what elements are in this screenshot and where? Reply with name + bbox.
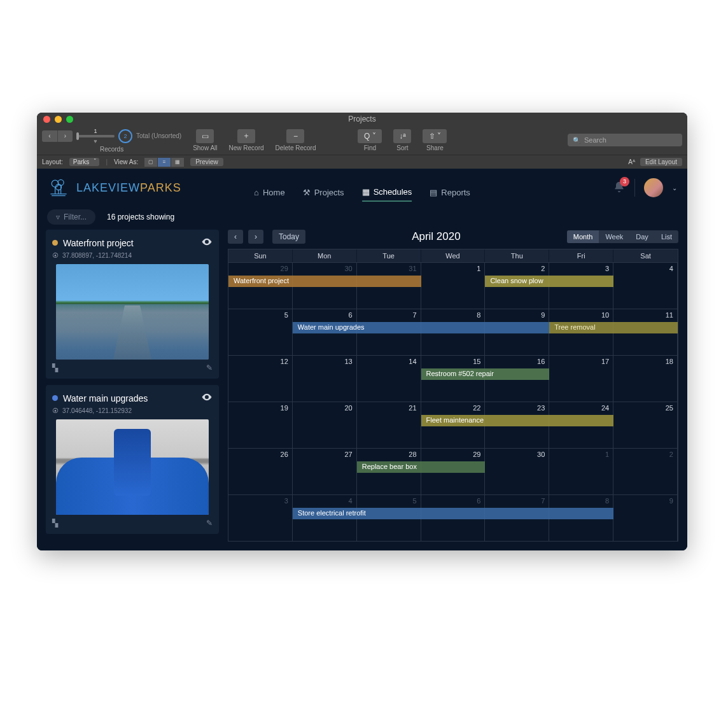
- calendar-cell[interactable]: 17: [549, 356, 613, 402]
- view-month[interactable]: Month: [567, 230, 599, 243]
- stairs-icon[interactable]: ▚: [52, 519, 58, 528]
- viewas-label: View As:: [114, 158, 138, 165]
- next-record-button[interactable]: ›: [57, 130, 73, 142]
- share-button[interactable]: ⇧ ˅: [423, 129, 447, 143]
- search-input[interactable]: 🔍 Search: [568, 134, 682, 146]
- content: Waterfront project ⦿ 37.808897, -121.748…: [37, 230, 687, 550]
- layout-select[interactable]: Parks: [69, 158, 100, 166]
- calendar-event[interactable]: Restroom #502 repair: [421, 368, 550, 380]
- calendar-cell[interactable]: 5: [228, 309, 293, 355]
- calendar-cell[interactable]: 12: [228, 356, 293, 402]
- card-title: Waterfront project: [63, 238, 196, 248]
- calendar-cell[interactable]: 9: [613, 495, 678, 541]
- date-number: 1: [477, 265, 480, 272]
- view-list-icon[interactable]: ≡: [158, 158, 171, 167]
- svg-point-0: [52, 180, 59, 187]
- cal-next-button[interactable]: ›: [248, 230, 263, 244]
- calendar-event[interactable]: Replace bear box: [357, 461, 486, 473]
- calendar-cell[interactable]: 14: [357, 356, 421, 402]
- nav-home[interactable]: ⌂Home: [254, 187, 285, 202]
- cal-prev-button[interactable]: ‹: [228, 230, 243, 244]
- calendar-cell[interactable]: 21: [357, 402, 421, 448]
- project-card[interactable]: Waterfront project ⦿ 37.808897, -121.748…: [46, 230, 219, 379]
- calendar-event[interactable]: Water main upgrades: [293, 322, 549, 333]
- record-nav[interactable]: ‹ ›: [42, 130, 73, 142]
- header-right: 3 ⌄: [613, 178, 677, 197]
- date-number: 29: [281, 265, 288, 272]
- calendar-event[interactable]: Tree removal: [549, 322, 678, 333]
- calendar-cell[interactable]: 27: [293, 449, 357, 494]
- find-button[interactable]: Q ˅: [358, 129, 382, 143]
- card-coords: 37.808897, -121.748214: [62, 252, 132, 259]
- show-all-button[interactable]: ▭: [196, 129, 214, 143]
- calendar-cell[interactable]: 30: [485, 449, 549, 494]
- notifications-button[interactable]: 3: [613, 181, 626, 195]
- date-number: 5: [284, 311, 288, 319]
- calendar-cell[interactable]: 3: [228, 495, 293, 541]
- view-list[interactable]: List: [655, 230, 678, 243]
- date-number: 12: [281, 358, 288, 365]
- calendar-cell[interactable]: 13: [293, 356, 357, 402]
- date-number: 6: [477, 497, 480, 505]
- calendar-cell[interactable]: 18: [613, 356, 678, 402]
- pencil-icon[interactable]: ✎: [206, 519, 213, 528]
- new-record-button[interactable]: ＋: [237, 129, 255, 143]
- today-button[interactable]: Today: [272, 230, 305, 244]
- view-form-icon[interactable]: ▢: [144, 158, 157, 167]
- sort-button[interactable]: ↓ª: [393, 129, 411, 143]
- calendar-cell[interactable]: 2: [613, 449, 678, 494]
- app-body: LAKEVIEWPARKS ⌂Home ⚒Projects ▦Schedules…: [37, 169, 687, 550]
- prev-record-button[interactable]: ‹: [42, 130, 57, 142]
- view-day[interactable]: Day: [629, 230, 655, 243]
- calendar-event[interactable]: Clean snow plow: [485, 276, 613, 287]
- pencil-icon[interactable]: ✎: [206, 363, 213, 372]
- calendar-cell[interactable]: 4: [613, 263, 678, 309]
- nav-projects[interactable]: ⚒Projects: [303, 187, 344, 202]
- search-placeholder: Search: [584, 136, 606, 144]
- brand-logo-icon: [47, 176, 70, 200]
- date-number: 20: [344, 404, 352, 412]
- calendar-cell[interactable]: 1: [549, 449, 613, 494]
- titlebar: Projects: [37, 113, 687, 125]
- date-number: 11: [666, 311, 673, 319]
- project-card[interactable]: Water main upgrades ⦿ 37.046448, -121.15…: [46, 385, 219, 534]
- date-number: 9: [541, 311, 545, 319]
- date-number: 29: [473, 451, 480, 458]
- text-format-button[interactable]: Aᴬ: [628, 158, 635, 165]
- preview-button[interactable]: Preview: [190, 158, 223, 166]
- filter-row: ▿ Filter... 16 projects showing: [37, 207, 687, 230]
- date-number: 5: [412, 497, 416, 505]
- nav-schedules[interactable]: ▦Schedules: [362, 187, 412, 202]
- record-slider[interactable]: 1 ♥: [76, 128, 115, 144]
- date-number: 6: [349, 311, 353, 319]
- stairs-icon[interactable]: ▚: [52, 363, 58, 372]
- view-table-icon[interactable]: ▦: [171, 158, 184, 167]
- delete-record-button[interactable]: −: [286, 129, 304, 143]
- calendar-event[interactable]: Waterfront project: [228, 276, 421, 287]
- chevron-down-icon[interactable]: ⌄: [672, 185, 677, 192]
- calendar-week: 12131415161718Restroom #502 repair: [228, 355, 678, 402]
- calendar-event[interactable]: Store electrical retrofit: [293, 508, 613, 519]
- calendar-event[interactable]: Fleet maintenance: [421, 415, 614, 426]
- date-number: 24: [601, 404, 609, 412]
- calendar-week: 2930311234Waterfront projectClean snow p…: [228, 262, 678, 309]
- search-icon: 🔍: [573, 137, 580, 144]
- avatar[interactable]: [644, 178, 663, 197]
- date-number: 2: [541, 265, 545, 272]
- calendar-cell[interactable]: 20: [293, 402, 357, 448]
- edit-layout-button[interactable]: Edit Layout: [640, 158, 682, 166]
- calendar-cell[interactable]: 26: [228, 449, 293, 494]
- view-mode-toggle[interactable]: ▢ ≡ ▦: [144, 158, 184, 167]
- eye-icon[interactable]: [201, 391, 213, 405]
- nav-reports[interactable]: ▤Reports: [430, 187, 470, 202]
- calendar-cell[interactable]: 1: [421, 263, 486, 309]
- filter-input[interactable]: ▿ Filter...: [47, 209, 95, 225]
- filter-icon: ▿: [56, 213, 60, 221]
- calendar-view-toggle[interactable]: Month Week Day List: [567, 230, 678, 243]
- date-number: 13: [344, 358, 352, 365]
- view-week[interactable]: Week: [599, 230, 629, 243]
- record-total-circle[interactable]: 2: [118, 129, 132, 143]
- eye-icon[interactable]: [201, 236, 213, 249]
- calendar-cell[interactable]: 19: [228, 402, 293, 448]
- calendar-cell[interactable]: 25: [613, 402, 678, 448]
